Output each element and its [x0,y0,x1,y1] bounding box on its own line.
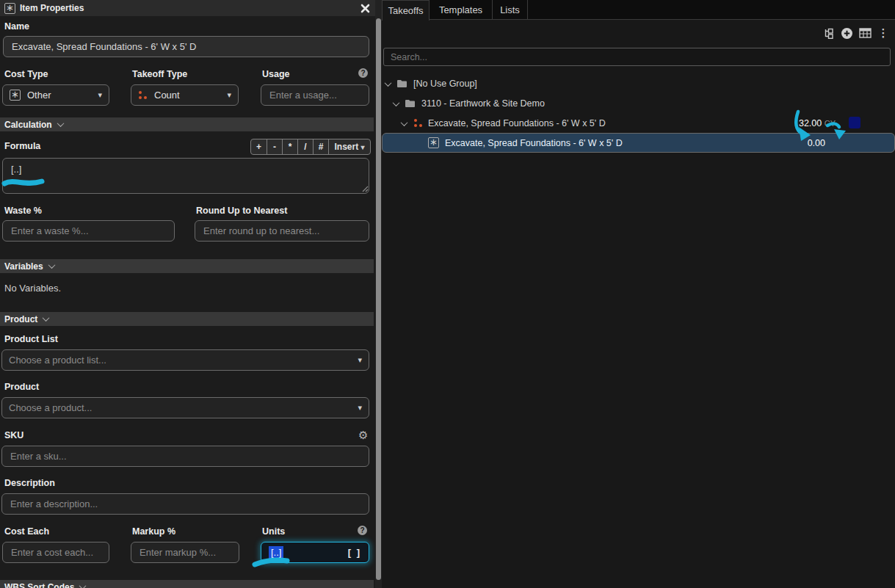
product-list-placeholder: Choose a product list... [9,355,106,366]
product-section-label: Product [4,314,37,324]
takeoff-type-label: Takeoff Type [132,69,187,79]
brackets-icon[interactable]: [ ] [348,547,361,558]
tree-row-count-takeoff[interactable]: Excavate, Spread Foundations - 6' W x 5'… [382,113,895,133]
product-list-label: Product List [4,334,58,344]
cost-type-value: Other [27,90,51,101]
insert-button[interactable]: Insert ▾ [328,139,370,154]
count-dots-icon [413,119,422,128]
tab-lists[interactable]: Lists [493,0,528,20]
tree-row-group-3110[interactable]: 3110 - Earthwork & Site Demo [382,93,895,113]
app-window: { "colors": { "annotation_cyan": "#1cb0d… [0,0,895,588]
takeoff-type-value: Count [154,90,180,101]
usage-input[interactable] [261,84,369,106]
tab-templates[interactable]: Templates [430,0,493,20]
tree-toolbar: ⋮ [822,26,890,40]
multiply-operator-button[interactable]: * [282,139,297,154]
search-input[interactable] [383,48,891,66]
description-label: Description [4,478,55,488]
calculation-section-label: Calculation [4,120,52,130]
product-select[interactable]: Choose a product... ▾ [1,397,369,418]
item-quantity: 0.00 [808,138,825,148]
panel-title: Item Properties [20,3,84,13]
close-icon[interactable] [360,3,371,14]
variables-section-header[interactable]: Variables [0,259,374,273]
chevron-down-icon [79,582,87,588]
more-options-icon[interactable]: ⋮ [877,26,890,40]
chevron-down-icon[interactable] [402,118,407,128]
other-cost-type-icon: ∗ [10,90,21,101]
description-input[interactable] [1,493,369,515]
usage-label: Usage [262,69,290,79]
quantity-value: 32.00 [799,118,822,128]
resize-grip-icon[interactable] [361,185,369,192]
sku-label: SKU [4,430,23,440]
folder-icon [405,99,416,108]
item-asterisk-icon: ∗ [428,137,439,148]
markup-input[interactable] [131,542,239,563]
quantity-unit: CY [825,119,836,128]
tree-view-icon[interactable] [822,26,835,40]
item-asterisk-icon: ∗ [4,3,15,14]
tree-row-item-selected[interactable]: ∗ Excavate, Spread Foundations - 6' W x … [382,133,895,153]
chevron-down-icon: ▾ [98,90,102,100]
sku-input[interactable] [1,446,369,467]
tab-takeoffs[interactable]: Takeoffs [382,0,430,21]
scrollbar-track[interactable] [375,0,382,588]
chevron-down-icon[interactable] [394,98,399,109]
calculation-section-header[interactable]: Calculation [0,117,374,131]
minus-operator-button[interactable]: - [267,139,282,154]
usage-help-icon[interactable]: ? [358,68,368,78]
chevron-down-icon[interactable] [385,79,391,89]
divide-operator-button[interactable]: / [297,139,313,154]
tab-label: Templates [439,4,482,15]
folder-icon [396,79,407,88]
formula-operator-toolbar: + - * / # Insert ▾ [250,139,371,155]
tree-row-label: 3110 - Earthwork & Site Demo [421,98,545,109]
chevron-down-icon [57,120,64,127]
hash-operator-button[interactable]: # [313,139,328,154]
add-takeoff-icon[interactable] [840,26,853,40]
count-dots-icon [138,91,147,100]
units-label: Units [262,526,285,537]
variables-section-label: Variables [4,261,43,272]
units-selected-text: [..] [269,546,283,559]
tab-label: Lists [500,4,520,15]
tree-row-no-use-group[interactable]: [No Use Group] [382,73,895,93]
round-up-label: Round Up to Nearest [196,206,287,216]
product-list-select[interactable]: Choose a product list... ▾ [1,349,369,371]
chevron-down-icon [48,261,55,269]
chevron-down-icon [43,314,50,322]
tab-label: Takeoffs [388,5,423,16]
gear-icon[interactable]: ⚙ [358,429,368,440]
tree-row-label: [No Use Group] [413,79,477,89]
product-section-header[interactable]: Product [0,312,374,326]
waste-input[interactable] [2,220,175,242]
formula-textarea[interactable]: [..] [2,158,369,194]
formula-label: Formula [4,141,40,151]
product-placeholder: Choose a product... [9,402,92,413]
name-input[interactable] [3,36,369,57]
cost-type-select[interactable]: ∗ Other ▾ [2,84,109,106]
waste-label: Waste % [4,206,42,216]
cost-type-label: Cost Type [4,69,48,79]
cost-each-input[interactable] [2,542,109,563]
scrollbar-thumb[interactable] [376,18,381,580]
tab-bar: Takeoffs Templates Lists [382,0,895,20]
takeoff-quantity: 32.00 CY [799,118,836,128]
units-help-icon[interactable]: ? [358,526,367,535]
takeoff-type-select[interactable]: Count ▾ [131,84,239,106]
no-variables-text: No Variables. [4,283,61,294]
takeoffs-panel: Takeoffs Templates Lists [382,0,895,588]
table-view-icon[interactable] [858,26,872,40]
units-input[interactable]: [..] [ ] [261,542,369,563]
round-up-input[interactable] [195,220,369,242]
tree-row-label: Excavate, Spread Foundations - 6' W x 5'… [428,118,606,128]
chevron-down-icon: ▾ [361,143,365,151]
cost-each-label: Cost Each [4,526,49,537]
color-swatch[interactable] [849,117,860,128]
plus-operator-button[interactable]: + [251,139,267,154]
wbs-section-label: WBS Sort Codes [4,582,74,588]
chevron-down-icon: ▾ [358,403,362,413]
wbs-section-header[interactable]: WBS Sort Codes [0,580,374,588]
item-properties-panel: ∗ Item Properties Name Cost Type Takeoff… [0,0,375,588]
